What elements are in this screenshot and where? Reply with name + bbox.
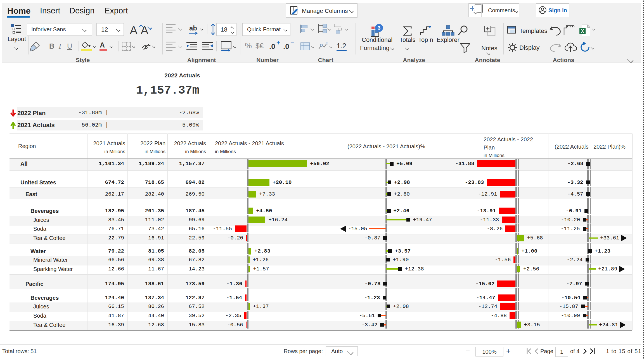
svg-text:X: X — [581, 29, 584, 34]
